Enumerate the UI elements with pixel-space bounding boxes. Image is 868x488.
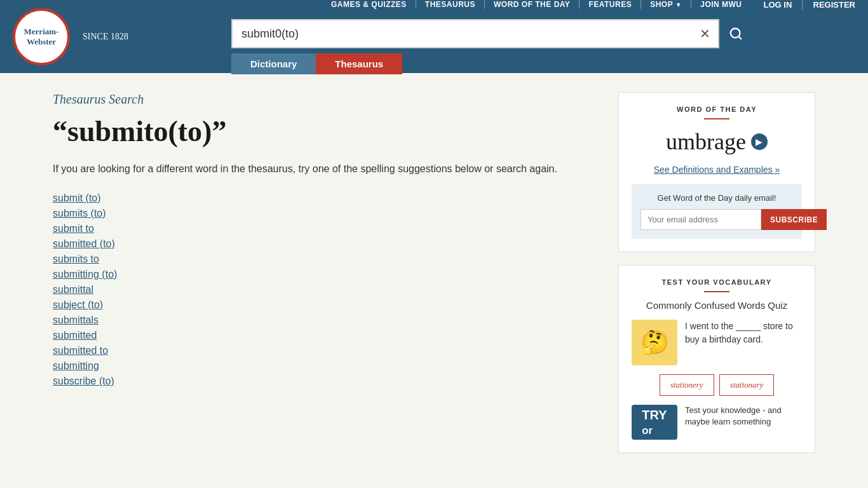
suggestion-link[interactable]: submits to	[53, 254, 99, 264]
vocab-label: TEST YOUR VOCABULARY	[632, 278, 802, 286]
suggestion-link[interactable]: submitting	[53, 360, 99, 371]
wotd-card: WORD OF THE DAY umbrage ▶ See Definition…	[618, 92, 815, 252]
wotd-word: umbrage ▶	[632, 128, 802, 155]
search-term-heading: “submito(to)”	[53, 114, 599, 148]
quiz-question-row: 🤔 I went to the _____ store to buy a bir…	[632, 320, 802, 365]
nav-area: GAMES & QUIZZES THESAURUS WORD OF THE DA…	[128, 0, 855, 74]
quiz-emoji: 🤔	[641, 329, 669, 356]
suggestion-link[interactable]: submittal	[53, 284, 93, 295]
since-text: SINCE 1828	[83, 32, 128, 42]
header: Merriam-Webster SINCE 1828 GAMES & QUIZZ…	[0, 0, 868, 73]
wotd-divider	[704, 118, 729, 119]
logo-text: Merriam-Webster	[24, 27, 59, 46]
list-item: submitted	[53, 330, 599, 341]
suggestion-link[interactable]: submitting (to)	[53, 269, 117, 280]
subscribe-button[interactable]: SUBSCRIBE	[761, 209, 827, 230]
suggestions-list: submit (to)submits (to)submit tosubmitte…	[53, 193, 599, 387]
email-row: SUBSCRIBE	[641, 209, 793, 230]
nav-thesaurus[interactable]: THESAURUS	[416, 0, 485, 9]
svg-line-1	[738, 36, 741, 39]
sound-icon[interactable]: ▶	[751, 133, 768, 150]
nav-features[interactable]: FEATURES	[580, 0, 641, 9]
search-icon	[729, 27, 743, 41]
suggestion-link[interactable]: submittals	[53, 315, 98, 325]
list-item: submitted (to)	[53, 238, 599, 250]
wotd-email-label: Get Word of the Day daily email!	[641, 193, 793, 203]
suggestion-link[interactable]: subscribe (to)	[53, 376, 114, 386]
logo-area: Merriam-Webster SINCE 1828	[13, 8, 128, 65]
top-nav: GAMES & QUIZZES THESAURUS WORD OF THE DA…	[322, 0, 751, 9]
vocab-divider	[704, 291, 729, 292]
true-false-row: TRYor Test your knowledge - and maybe le…	[632, 405, 802, 440]
suggestion-link[interactable]: submits (to)	[53, 208, 106, 219]
suggestion-link[interactable]: submitted to	[53, 345, 108, 356]
email-input[interactable]	[641, 209, 761, 230]
quiz-option-button[interactable]: stationary	[719, 374, 775, 396]
wotd-word-text: umbrage	[666, 128, 746, 155]
auth-area: LOG IN | REGISTER	[764, 0, 855, 10]
section-label: Thesaurus Search	[53, 92, 599, 107]
main-layout: Thesaurus Search “submito(to)” If you ar…	[40, 73, 828, 472]
quiz-emoji-image: 🤔	[632, 320, 677, 365]
nav-games[interactable]: GAMES & QUIZZES	[322, 0, 416, 9]
tf-question-text: Test your knowledge - and maybe learn so…	[685, 405, 802, 428]
quiz-options: stationerystationary	[632, 374, 802, 396]
vocab-quiz-title: Commonly Confused Words Quiz	[632, 300, 802, 311]
search-box: ✕	[231, 19, 719, 48]
wotd-label: WORD OF THE DAY	[632, 105, 802, 113]
list-item: submitting (to)	[53, 269, 599, 280]
tf-label: TRYor	[642, 408, 667, 437]
dict-tabs: Dictionary Thesaurus	[231, 53, 752, 74]
suggestion-link[interactable]: submitted	[53, 330, 97, 341]
nav-shop[interactable]: SHOP ▼	[641, 0, 691, 9]
list-item: subject (to)	[53, 299, 599, 311]
search-button[interactable]	[719, 19, 752, 48]
search-input[interactable]	[233, 27, 692, 41]
quiz-question-text: I went to the _____ store to buy a birth…	[685, 320, 802, 346]
suggestion-link[interactable]: submit (to)	[53, 193, 101, 203]
list-item: submitting	[53, 360, 599, 372]
clear-button[interactable]: ✕	[692, 26, 718, 41]
suggestion-link[interactable]: subject (to)	[53, 299, 103, 310]
tf-image: TRYor	[632, 405, 677, 440]
nav-join[interactable]: JOIN MWU	[691, 0, 750, 9]
login-link[interactable]: LOG IN	[764, 0, 792, 10]
no-results-text: If you are looking for a different word …	[53, 161, 599, 177]
list-item: submits (to)	[53, 208, 599, 219]
suggestion-link[interactable]: submitted (to)	[53, 238, 115, 249]
logo-circle: Merriam-Webster	[13, 8, 70, 65]
wotd-see-link[interactable]: See Definitions and Examples »	[654, 165, 780, 175]
list-item: submittal	[53, 284, 599, 295]
vocab-card: TEST YOUR VOCABULARY Commonly Confused W…	[618, 265, 815, 453]
content-area: Thesaurus Search “submito(to)” If you ar…	[53, 92, 599, 453]
quiz-option-button[interactable]: stationery	[660, 374, 714, 396]
suggestion-link[interactable]: submit to	[53, 223, 94, 234]
tab-dictionary[interactable]: Dictionary	[231, 53, 316, 74]
register-link[interactable]: REGISTER	[813, 0, 855, 10]
sidebar: WORD OF THE DAY umbrage ▶ See Definition…	[618, 92, 815, 453]
list-item: submits to	[53, 254, 599, 265]
search-row: ✕	[231, 19, 752, 48]
list-item: submitted to	[53, 345, 599, 356]
list-item: submittals	[53, 315, 599, 326]
list-item: subscribe (to)	[53, 376, 599, 387]
wotd-email-section: Get Word of the Day daily email! SUBSCRI…	[632, 184, 802, 239]
tab-thesaurus[interactable]: Thesaurus	[316, 53, 402, 74]
list-item: submit to	[53, 223, 599, 234]
nav-wotd[interactable]: WORD OF THE DAY	[485, 0, 580, 9]
list-item: submit (to)	[53, 193, 599, 204]
